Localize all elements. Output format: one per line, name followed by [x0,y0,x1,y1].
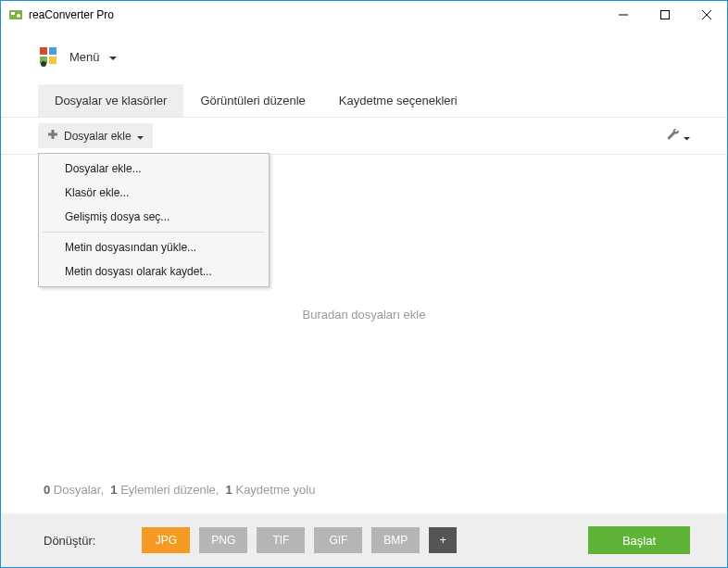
menu-item-load-from-text[interactable]: Metin dosyasından yükle... [39,235,269,259]
app-window: reaConverter Pro Menü Dosyalar ve klasör… [0,0,728,568]
format-tif-button[interactable]: TIF [257,527,305,553]
status-actions-count: 1 [110,483,117,497]
titlebar: reaConverter Pro [1,1,727,29]
window-controls [602,1,727,29]
add-files-label: Dosyalar ekle [64,130,132,143]
menu-label: Menü [69,50,100,64]
svg-rect-10 [49,57,56,64]
settings-button[interactable] [667,128,690,145]
close-button[interactable] [685,1,727,29]
menu-item-advanced-select[interactable]: Gelişmiş dosya seç... [39,205,269,229]
tab-edit-images[interactable]: Görüntüleri düzenle [183,84,321,117]
add-files-button[interactable]: Dosyalar ekle [38,123,153,148]
wrench-icon [667,128,680,145]
tabs: Dosyalar ve klasörler Görüntüleri düzenl… [1,84,727,118]
svg-rect-7 [40,47,47,55]
svg-rect-8 [49,47,56,55]
svg-point-2 [17,14,20,18]
convert-label: Dönüştür: [44,534,95,548]
menu-separator [43,232,265,233]
plus-icon [47,129,58,143]
format-bmp-button[interactable]: BMP [371,527,420,553]
app-title: reaConverter Pro [29,8,114,21]
tab-files[interactable]: Dosyalar ve klasörler [38,84,183,117]
menu-bar: Menü [1,29,727,84]
caret-down-icon [109,48,117,65]
toolbar: Dosyalar ekle Dosyalar ekle... Klasör ek… [1,118,727,155]
status-bar: 0 Dosyalar, 1 Eylemleri düzenle, 1 Kayde… [1,473,727,513]
status-path-label: Kaydetme yolu [235,483,315,497]
menu-item-add-files[interactable]: Dosyalar ekle... [39,157,269,181]
start-button[interactable]: Başlat [588,526,690,554]
logo-icon [38,45,60,68]
footer: Dönüştür: JPG PNG TIF GIF BMP + Başlat [1,513,727,567]
svg-point-11 [41,61,46,67]
minimize-button[interactable] [602,1,644,29]
format-jpg-button[interactable]: JPG [142,527,190,553]
caret-down-icon [684,128,690,145]
format-add-button[interactable]: + [429,527,457,553]
tab-save-options[interactable]: Kaydetme seçenekleri [322,84,474,117]
app-icon [8,7,23,22]
add-files-dropdown: Dosyalar ekle... Klasör ekle... Gelişmiş… [38,153,270,287]
status-path-count: 1 [226,483,232,497]
caret-down-icon [137,130,144,143]
svg-rect-4 [660,11,669,19]
status-files-label: Dosyalar, [54,483,104,497]
format-gif-button[interactable]: GIF [314,527,362,553]
svg-rect-1 [11,12,15,15]
menu-button[interactable]: Menü [69,48,117,65]
status-actions-label: Eylemleri düzenle, [120,483,219,497]
maximize-button[interactable] [644,1,685,29]
menu-item-save-as-text[interactable]: Metin dosyası olarak kaydet... [39,259,269,284]
placeholder-text: Buradan dosyaları ekle [303,308,426,322]
menu-item-add-folder[interactable]: Klasör ekle... [39,181,269,205]
status-files-count: 0 [44,483,50,497]
format-png-button[interactable]: PNG [199,527,247,553]
